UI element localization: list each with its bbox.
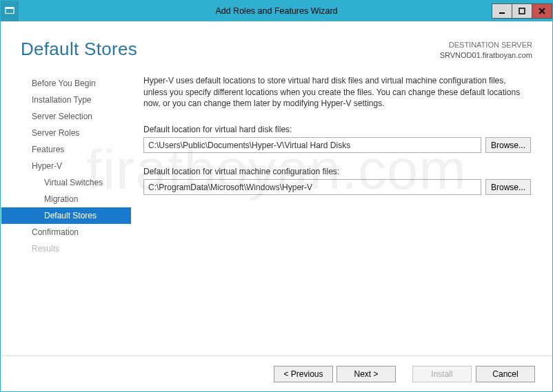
install-button[interactable]: Install <box>412 366 472 382</box>
cancel-button[interactable]: Cancel <box>476 366 535 382</box>
titlebar: Add Roles and Features Wizard <box>1 1 552 21</box>
body-zone: Before You BeginInstallation TypeServer … <box>1 68 552 355</box>
wizard-step-installation-type[interactable]: Installation Type <box>1 92 131 108</box>
vmcfg-browse-button[interactable]: Browse... <box>485 179 531 195</box>
wizard-sidebar: Before You BeginInstallation TypeServer … <box>1 68 131 355</box>
vhd-location-label: Default location for virtual hard disk f… <box>143 125 531 134</box>
next-button[interactable]: Next > <box>336 366 396 382</box>
close-button[interactable] <box>532 3 552 19</box>
wizard-step-results: Results <box>1 240 131 257</box>
previous-button[interactable]: < Previous <box>274 366 333 382</box>
page-title: Default Stores <box>21 39 137 60</box>
wizard-step-hyper-v[interactable]: Hyper-V <box>1 158 131 174</box>
client-area: firatboyan.com Default Stores DESTINATIO… <box>1 22 552 391</box>
svg-rect-2 <box>499 12 505 14</box>
content-panel: Hyper-V uses default locations to store … <box>131 68 552 355</box>
wizard-step-before-you-begin[interactable]: Before You Begin <box>1 75 131 92</box>
vhd-location-row: Browse... <box>143 137 531 153</box>
vmcfg-location-row: Browse... <box>143 179 531 195</box>
destination-label: DESTINATION SERVER <box>440 40 532 50</box>
svg-rect-1 <box>6 8 14 9</box>
header-zone: Default Stores DESTINATION SERVER SRVNOD… <box>1 22 552 68</box>
wizard-step-features[interactable]: Features <box>1 141 131 158</box>
vhd-location-input[interactable] <box>143 137 481 153</box>
window-title: Add Roles and Features Wizard <box>1 6 552 16</box>
wizard-step-server-selection[interactable]: Server Selection <box>1 108 131 125</box>
wizard-step-migration[interactable]: Migration <box>1 191 131 207</box>
destination-server: DESTINATION SERVER SRVNOD01.firatboyan.c… <box>440 40 532 61</box>
footer: < Previous Next > Install Cancel <box>1 355 552 391</box>
system-icon <box>1 1 19 21</box>
minimize-button[interactable] <box>492 3 512 19</box>
vmcfg-location-input[interactable] <box>143 179 481 195</box>
wizard-step-confirmation[interactable]: Confirmation <box>1 224 131 240</box>
wizard-step-server-roles[interactable]: Server Roles <box>1 125 131 141</box>
destination-name: SRVNOD01.firatboyan.com <box>440 50 532 61</box>
wizard-step-default-stores[interactable]: Default Stores <box>1 207 131 224</box>
window-controls <box>492 3 552 19</box>
svg-rect-3 <box>519 8 525 14</box>
wizard-step-virtual-switches[interactable]: Virtual Switches <box>1 174 131 191</box>
vhd-browse-button[interactable]: Browse... <box>485 137 531 153</box>
intro-text: Hyper-V uses default locations to store … <box>143 75 531 110</box>
maximize-button[interactable] <box>512 3 532 19</box>
vmcfg-location-label: Default location for virtual machine con… <box>143 167 531 176</box>
